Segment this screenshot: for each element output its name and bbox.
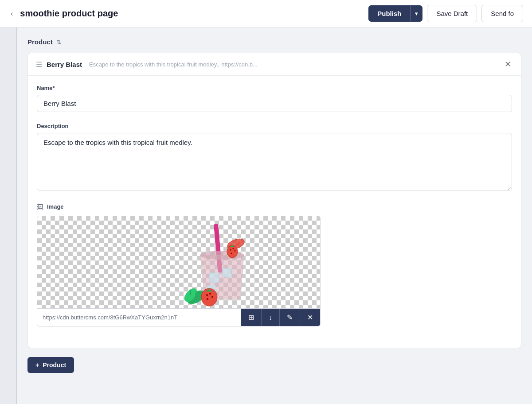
- card-header: ☰ Berry Blast Escape to the tropics with…: [28, 53, 521, 76]
- publish-main-button[interactable]: Publish: [368, 5, 410, 22]
- form-body: Name* Description Escape to the tropics …: [28, 76, 521, 326]
- description-field-group: Description Escape to the tropics with t…: [37, 123, 512, 192]
- drag-handle-icon[interactable]: ☰: [36, 60, 42, 69]
- svg-point-13: [231, 253, 232, 254]
- svg-point-21: [209, 293, 211, 295]
- description-textarea[interactable]: Escape to the tropics with this tropical…: [37, 133, 512, 190]
- image-preview: [37, 216, 321, 309]
- svg-point-10: [230, 249, 231, 251]
- section-label: Product: [27, 38, 53, 46]
- back-button[interactable]: ‹: [9, 8, 15, 19]
- product-card: ☰ Berry Blast Escape to the tropics with…: [27, 53, 521, 348]
- publish-dropdown-button[interactable]: ▾: [410, 6, 422, 21]
- card-name: Berry Blast: [47, 61, 82, 68]
- add-product-button[interactable]: + Product: [27, 357, 74, 373]
- name-input[interactable]: [37, 95, 512, 112]
- card-close-button[interactable]: ✕: [503, 59, 513, 69]
- svg-rect-3: [223, 268, 231, 277]
- image-url-text: https://cdn.buttercms.com/8tG6RwXaTYGuxr…: [37, 310, 241, 325]
- svg-point-23: [207, 298, 208, 300]
- image-label: Image: [47, 203, 64, 210]
- publish-button-group[interactable]: Publish ▾: [368, 5, 422, 22]
- image-icon: 🖼: [37, 203, 43, 210]
- add-product-plus-icon: +: [35, 361, 39, 369]
- section-header: Product ⇅: [27, 38, 521, 46]
- save-draft-button[interactable]: Save Draft: [427, 5, 477, 22]
- description-label: Description: [37, 123, 512, 129]
- image-url-bar: https://cdn.buttercms.com/8tG6RwXaTYGuxr…: [37, 309, 321, 326]
- svg-point-11: [233, 248, 234, 249]
- add-product-label: Product: [43, 361, 66, 369]
- header-right: Publish ▾ Save Draft Send fo: [368, 5, 523, 22]
- card-subtitle: Escape to the tropics with this tropical…: [89, 61, 258, 68]
- svg-rect-2: [209, 273, 219, 283]
- card-header-left: ☰ Berry Blast Escape to the tropics with…: [36, 60, 258, 69]
- svg-point-20: [206, 294, 208, 296]
- image-download-button[interactable]: ↓: [262, 309, 280, 326]
- image-edit-button[interactable]: ✎: [280, 309, 300, 326]
- image-actions: ⊞ ↓ ✎ ✕: [241, 309, 320, 326]
- image-label-row: 🖼 Image: [37, 203, 512, 210]
- svg-point-12: [235, 250, 236, 252]
- name-field-group: Name*: [37, 85, 512, 112]
- svg-point-22: [211, 296, 213, 298]
- name-label: Name*: [37, 85, 512, 91]
- main-content: Product ⇅ ☰ Berry Blast Escape to the tr…: [17, 27, 532, 404]
- sidebar-accent: [0, 27, 17, 404]
- page-title: smoothie product page: [20, 8, 118, 19]
- send-for-button[interactable]: Send fo: [481, 5, 523, 22]
- smoothie-svg: [169, 220, 267, 308]
- header-left: ‹ smoothie product page: [9, 8, 118, 19]
- image-field-group: 🖼 Image: [37, 203, 512, 326]
- top-header: ‹ smoothie product page Publish ▾ Save D…: [0, 0, 532, 27]
- image-gallery-button[interactable]: ⊞: [241, 309, 262, 326]
- image-remove-button[interactable]: ✕: [300, 309, 320, 326]
- sort-icon[interactable]: ⇅: [56, 39, 62, 46]
